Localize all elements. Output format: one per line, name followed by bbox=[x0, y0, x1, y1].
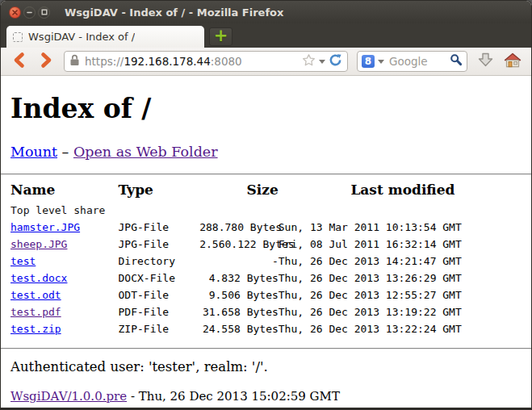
cell-type: JPG-File bbox=[119, 219, 200, 236]
reload-icon[interactable] bbox=[329, 53, 342, 70]
urlbar-actions bbox=[302, 53, 342, 70]
cell-last-modified: Thu, 26 Dec 2013 13:22:24 GMT bbox=[279, 320, 527, 337]
cell-name: sheep.JPG bbox=[10, 236, 119, 253]
server-footer: WsgiDAV/1.0.0.pre - Thu, 26 Dec 2013 15:… bbox=[10, 389, 525, 404]
cell-name: hamster.JPG bbox=[10, 219, 119, 236]
file-link[interactable]: test.zip bbox=[10, 323, 61, 335]
cell-name: test.docx bbox=[10, 270, 119, 287]
home-icon bbox=[504, 52, 522, 71]
table-row: hamster.JPG JPG-File 288.780 Bytes Sun, … bbox=[10, 219, 527, 236]
back-button[interactable] bbox=[8, 52, 29, 71]
cell-size: - bbox=[199, 253, 279, 270]
url-scheme: https:// bbox=[85, 55, 124, 68]
bookmark-dropdown-caret-icon[interactable] bbox=[319, 60, 325, 64]
table-row: sheep.JPG JPG-File 2.560.122 Bytes Fri, … bbox=[10, 236, 527, 253]
footer-timestamp: - Thu, 26 Dec 2013 15:02:59 GMT bbox=[127, 389, 340, 404]
cell-type: JPG-File bbox=[119, 236, 200, 253]
lock-icon bbox=[69, 54, 80, 69]
cell-size: 4.832 Bytes bbox=[199, 270, 279, 287]
directory-listing-table: Name Type Size Last modified Top level s… bbox=[10, 175, 527, 337]
cell-last-modified: Sun, 13 Mar 2011 10:13:54 GMT bbox=[279, 219, 527, 236]
cell-last-modified: Fri, 08 Jul 2011 16:32:14 GMT bbox=[279, 236, 527, 253]
file-link[interactable]: hamster.JPG bbox=[10, 221, 80, 233]
authenticated-user-line: Authenticated user: 'tester', realm: '/'… bbox=[10, 359, 525, 374]
column-header-last-modified: Last modified bbox=[279, 175, 527, 202]
cell-size: 31.658 Bytes bbox=[199, 303, 279, 320]
downloads-button[interactable] bbox=[477, 52, 494, 71]
minimize-icon bbox=[27, 10, 32, 15]
home-button[interactable] bbox=[504, 52, 522, 71]
forward-icon bbox=[40, 52, 53, 72]
cell-type: DOCX-File bbox=[119, 270, 200, 287]
cell-name: test.odt bbox=[10, 287, 119, 303]
cell-size: 9.506 Bytes bbox=[199, 287, 279, 303]
search-engine-caret-icon[interactable] bbox=[378, 60, 384, 64]
cell-type: PDF-File bbox=[119, 303, 200, 320]
file-link[interactable]: sheep.JPG bbox=[10, 238, 67, 250]
page-content: Index of / Mount – Open as Web Folder Na… bbox=[1, 76, 531, 408]
table-row: test.pdf PDF-File 31.658 Bytes Thu, 26 D… bbox=[10, 303, 527, 320]
tab-wsgidav[interactable]: WsgiDAV - Index of / bbox=[6, 26, 204, 48]
table-row: test.docx DOCX-File 4.832 Bytes Thu, 26 … bbox=[10, 270, 527, 287]
cell-last-modified: Thu, 26 Dec 2013 13:26:29 GMT bbox=[279, 270, 527, 287]
cell-type: Directory bbox=[119, 253, 200, 270]
cell-size: 2.560.122 Bytes bbox=[199, 236, 279, 253]
url-port: :8080 bbox=[211, 55, 242, 68]
cell-name: test.zip bbox=[10, 320, 119, 337]
search-box[interactable]: 8 bbox=[357, 51, 467, 72]
table-row: test Directory - Thu, 26 Dec 2013 14:21:… bbox=[10, 253, 527, 270]
cell-type: ODT-File bbox=[119, 287, 200, 303]
mount-links-line: Mount – Open as Web Folder bbox=[10, 144, 525, 160]
cell-name: test.pdf bbox=[10, 303, 119, 320]
cell-size: 24.558 Bytes bbox=[199, 320, 279, 337]
file-link[interactable]: test.odt bbox=[10, 289, 61, 301]
cell-last-modified: Thu, 26 Dec 2013 14:21:47 GMT bbox=[279, 253, 527, 270]
maximize-icon bbox=[41, 9, 48, 15]
forward-button[interactable] bbox=[36, 52, 57, 71]
open-as-web-folder-link[interactable]: Open as Web Folder bbox=[73, 144, 218, 160]
table-row: test.odt ODT-File 9.506 Bytes Thu, 26 De… bbox=[10, 287, 527, 303]
download-arrow-icon bbox=[477, 52, 494, 71]
column-header-type: Type bbox=[119, 175, 200, 202]
cell-type: ZIP-File bbox=[119, 320, 200, 337]
column-header-size: Size bbox=[199, 175, 279, 202]
back-icon bbox=[12, 52, 26, 72]
divider-bottom bbox=[1, 348, 531, 349]
section-label: Top level share bbox=[10, 202, 527, 219]
cell-last-modified: Thu, 26 Dec 2013 12:55:27 GMT bbox=[279, 287, 527, 303]
firefox-window: WsgiDAV - Index of / - Mozilla Firefox W… bbox=[0, 0, 532, 410]
close-button[interactable] bbox=[9, 6, 21, 19]
mount-link[interactable]: Mount bbox=[10, 144, 57, 160]
maximize-button[interactable] bbox=[38, 6, 50, 19]
section-row: Top level share bbox=[10, 202, 527, 219]
close-icon bbox=[12, 10, 18, 15]
favicon-placeholder-icon bbox=[13, 32, 23, 42]
wsgidav-version-link[interactable]: WsgiDAV/1.0.0.pre bbox=[10, 389, 127, 404]
column-header-name: Name bbox=[10, 175, 119, 202]
url-text[interactable]: https://192.168.178.44:8080 bbox=[85, 55, 302, 68]
google-favicon-icon[interactable]: 8 bbox=[362, 55, 375, 68]
file-link[interactable]: test.pdf bbox=[10, 306, 61, 318]
title-bar: WsgiDAV - Index of / - Mozilla Firefox bbox=[1, 1, 531, 23]
file-link[interactable]: test.docx bbox=[10, 272, 67, 284]
url-host: 192.168.178.44 bbox=[124, 55, 210, 68]
search-magnifier-icon[interactable] bbox=[450, 53, 463, 69]
link-separator: – bbox=[62, 144, 69, 160]
cell-last-modified: Thu, 26 Dec 2013 13:19:22 GMT bbox=[279, 303, 527, 320]
url-bar[interactable]: https://192.168.178.44:8080 bbox=[64, 51, 348, 72]
window-title: WsgiDAV - Index of / - Mozilla Firefox bbox=[65, 6, 283, 19]
page-title: Index of / bbox=[10, 94, 525, 124]
tab-title: WsgiDAV - Index of / bbox=[28, 31, 135, 43]
search-input[interactable] bbox=[387, 54, 450, 69]
cell-size: 288.780 Bytes bbox=[199, 219, 279, 236]
bookmark-star-icon[interactable] bbox=[302, 53, 316, 70]
new-tab-button[interactable]: + bbox=[209, 27, 232, 46]
file-link[interactable]: test bbox=[10, 255, 36, 267]
table-header-row: Name Type Size Last modified bbox=[10, 175, 527, 202]
table-row: test.zip ZIP-File 24.558 Bytes Thu, 26 D… bbox=[10, 320, 527, 337]
tab-strip: WsgiDAV - Index of / + bbox=[1, 23, 531, 48]
minimize-button[interactable] bbox=[23, 6, 36, 19]
cell-name: test bbox=[10, 253, 119, 270]
navigation-toolbar: https://192.168.178.44:8080 8 bbox=[1, 48, 531, 76]
